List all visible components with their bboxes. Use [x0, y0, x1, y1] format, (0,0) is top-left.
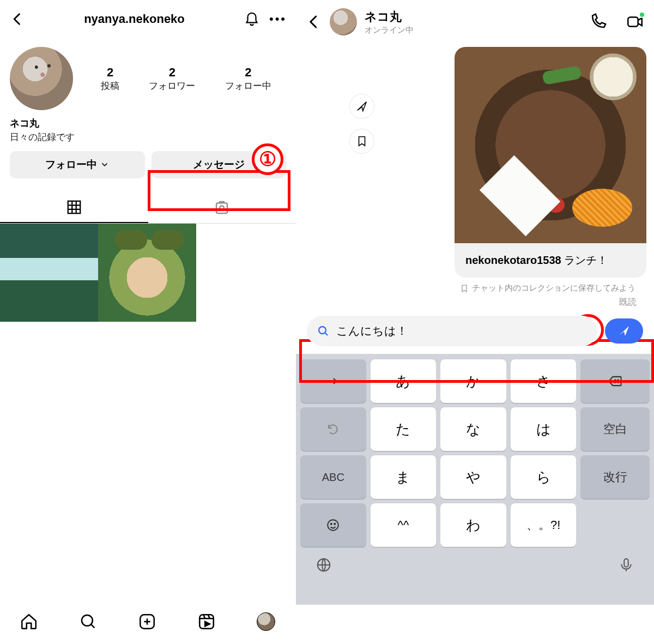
svg-rect-1: [216, 203, 227, 213]
key-ra[interactable]: ら: [511, 455, 577, 499]
keyboard-bottom: [300, 547, 650, 583]
grid-icon: [66, 199, 82, 215]
stat-following-count: 2: [225, 65, 271, 80]
key-backspace[interactable]: [580, 359, 650, 403]
shared-post[interactable]: nekonekotaro1538 ランチ！: [455, 47, 646, 278]
tab-tagged[interactable]: [148, 192, 296, 223]
display-name: ネコ丸: [0, 115, 296, 130]
search-icon: [317, 324, 330, 338]
undo-icon: [326, 423, 340, 436]
message-actions: [349, 94, 374, 154]
svg-point-15: [328, 520, 339, 531]
key-undo[interactable]: [300, 407, 366, 451]
dm-input[interactable]: こんにちは！: [307, 316, 597, 346]
dm-avatar[interactable]: [330, 8, 357, 35]
nav-home-icon[interactable]: [20, 612, 39, 632]
key-a[interactable]: あ: [371, 359, 437, 403]
dm-input-row: こんにちは！: [296, 308, 654, 354]
svg-rect-0: [68, 201, 81, 214]
caption-username: nekonekotaro1538: [465, 254, 561, 266]
back-icon[interactable]: [306, 14, 322, 30]
svg-point-3: [82, 615, 93, 626]
call-icon[interactable]: [589, 13, 607, 31]
grid-thumbnail[interactable]: [0, 224, 98, 322]
key-emoji[interactable]: [300, 503, 366, 547]
dm-status: オンライン中: [365, 25, 414, 35]
key-ya[interactable]: や: [440, 455, 506, 499]
key-space[interactable]: 空白: [580, 407, 650, 451]
key-ta[interactable]: た: [371, 407, 437, 451]
send-icon: [617, 324, 631, 338]
bottom-nav: [0, 600, 296, 644]
shared-post-caption: nekonekotaro1538 ランチ！: [455, 243, 646, 278]
profile-action-bar: フォロー中 メッセージ: [0, 151, 296, 178]
bookmark-small-icon: [460, 284, 469, 293]
message-button-label: メッセージ: [193, 158, 245, 172]
dm-header: ネコ丸 オンライン中: [296, 0, 654, 44]
key-ma[interactable]: ま: [371, 455, 437, 499]
key-shift[interactable]: [300, 359, 366, 403]
dm-name: ネコ丸: [365, 9, 414, 25]
bio-text: 日々の記録です: [0, 130, 296, 151]
bookmark-icon[interactable]: [349, 129, 374, 154]
svg-point-2: [220, 206, 225, 210]
read-receipt: 既読: [304, 294, 646, 308]
more-icon[interactable]: •••: [270, 11, 286, 27]
dm-title[interactable]: ネコ丸 オンライン中: [365, 9, 414, 35]
mic-icon[interactable]: [618, 557, 634, 573]
key-na[interactable]: な: [440, 407, 506, 451]
key-abc[interactable]: ABC: [300, 455, 366, 499]
message-button[interactable]: メッセージ: [152, 151, 287, 178]
grid-thumbnail[interactable]: [98, 224, 196, 322]
profile-header: nyanya.nekoneko •••: [0, 0, 296, 38]
post-grid: [0, 224, 296, 322]
notifications-icon[interactable]: [244, 11, 260, 27]
nav-create-icon[interactable]: [138, 612, 158, 632]
stat-followers[interactable]: 2 フォロワー: [149, 65, 195, 92]
online-dot: [639, 11, 645, 18]
globe-icon[interactable]: [316, 557, 332, 573]
key-sa[interactable]: さ: [511, 359, 577, 403]
stat-followers-count: 2: [149, 65, 195, 80]
key-ha[interactable]: は: [511, 407, 577, 451]
key-dakuten[interactable]: ^^: [371, 503, 437, 547]
stat-posts[interactable]: 2 投稿: [101, 65, 119, 92]
profile-tabs: [0, 192, 296, 224]
nav-profile-icon[interactable]: [257, 612, 276, 632]
key-return[interactable]: 改行: [580, 455, 650, 499]
svg-point-17: [334, 523, 335, 525]
emoji-icon: [326, 518, 340, 532]
back-icon[interactable]: [10, 11, 25, 27]
nav-reels-icon[interactable]: [197, 612, 217, 632]
key-punct[interactable]: 、。?!: [511, 503, 577, 547]
keyboard: あ か さ た な は 空白 ABC ま や ら 改行: [296, 354, 654, 605]
profile-info: 2 投稿 2 フォロワー 2 フォロー中: [0, 38, 296, 115]
nav-search-icon[interactable]: [79, 612, 99, 632]
following-button-label: フォロー中: [45, 158, 97, 172]
dm-screen: ネコ丸 オンライン中: [296, 0, 654, 644]
share-icon[interactable]: [349, 94, 374, 119]
profile-stats: 2 投稿 2 フォロワー 2 フォロー中: [86, 65, 286, 92]
stat-posts-label: 投稿: [101, 80, 119, 92]
stat-followers-label: フォロワー: [149, 80, 195, 92]
video-call-icon[interactable]: [626, 13, 644, 31]
svg-rect-9: [628, 17, 638, 27]
send-button[interactable]: [605, 318, 643, 344]
caption-text: ランチ！: [564, 254, 608, 266]
stat-following[interactable]: 2 フォロー中: [225, 65, 271, 92]
following-button[interactable]: フォロー中: [10, 151, 145, 178]
arrow-right-icon: [326, 375, 340, 388]
dm-input-text: こんにちは！: [336, 323, 408, 339]
key-ka[interactable]: か: [440, 359, 506, 403]
avatar[interactable]: [10, 47, 73, 110]
svg-rect-19: [624, 559, 628, 567]
svg-point-16: [331, 523, 332, 525]
backspace-icon: [608, 374, 623, 389]
profile-username: nyanya.nekoneko: [31, 12, 238, 26]
save-hint: チャット内のコレクションに保存してみよう: [304, 278, 646, 294]
save-hint-text: チャット内のコレクションに保存してみよう: [472, 283, 635, 293]
profile-screen: nyanya.nekoneko ••• 2 投稿 2 フォロワー 2 フォロー中: [0, 0, 296, 644]
tab-grid[interactable]: [0, 192, 148, 223]
key-wa[interactable]: わ: [440, 503, 506, 547]
svg-line-11: [325, 333, 328, 335]
